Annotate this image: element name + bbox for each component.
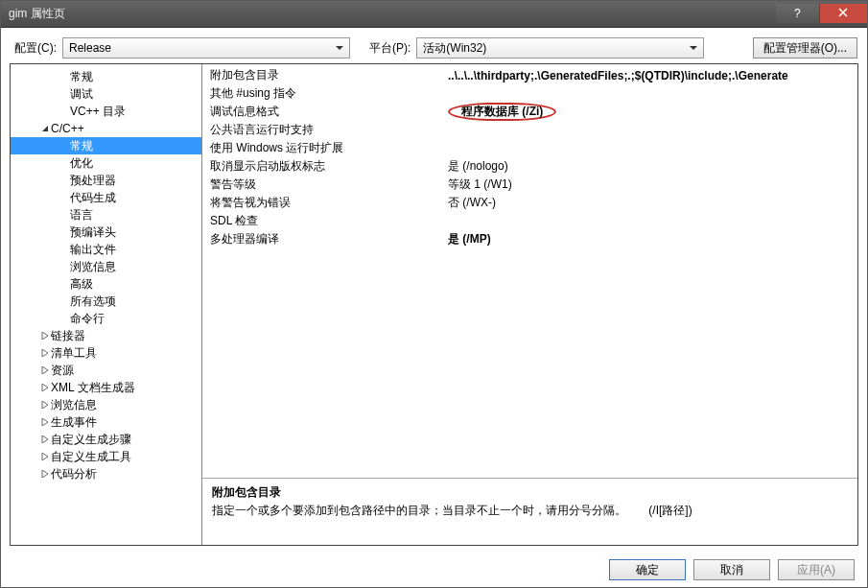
tree-item[interactable]: 常规 (11, 137, 201, 154)
tree-item-label: 代码生成 (70, 190, 116, 206)
property-row[interactable]: 公共语言运行时支持 (202, 121, 857, 139)
content-area: 常规调试VC++ 目录C/C++常规优化预处理器代码生成语言预编译头输出文件浏览… (10, 63, 858, 546)
chevron-right-icon[interactable] (39, 401, 51, 409)
tree-item[interactable]: 清单工具 (11, 344, 201, 362)
tree-item[interactable]: 常规 (11, 68, 201, 85)
tree-item-label: 预编译头 (70, 224, 116, 241)
tree-item-label: 常规 (70, 138, 93, 154)
tree-item[interactable]: 优化 (11, 154, 201, 172)
tree-item-label: VC++ 目录 (70, 104, 126, 120)
chevron-right-icon[interactable] (39, 418, 51, 426)
chevron-right-icon[interactable] (39, 384, 51, 391)
property-row[interactable]: 警告等级等级 1 (/W1) (202, 176, 857, 194)
tree-item-label: 常规 (70, 69, 93, 85)
cancel-button[interactable]: 取消 (693, 559, 770, 580)
tree-item-label: 语言 (70, 207, 93, 223)
tree-item-label: 自定义生成工具 (51, 449, 131, 465)
tree-item-label: C/C++ (51, 122, 84, 135)
tree-item-label: 调试 (70, 86, 93, 103)
chevron-right-icon[interactable] (39, 453, 51, 460)
property-name: 调试信息格式 (202, 104, 444, 120)
tree-item[interactable]: VC++ 目录 (11, 103, 201, 120)
property-value[interactable]: 程序数据库 (/Zi) (444, 103, 857, 121)
property-grid[interactable]: 附加包含目录..\..\..\thirdparty;.\GeneratedFil… (202, 64, 857, 478)
tree-item-label: 代码分析 (51, 466, 97, 482)
property-name: 将警告视为错误 (202, 195, 444, 211)
tree-item[interactable]: C/C++ (11, 120, 201, 137)
property-value[interactable]: 等级 1 (/W1) (444, 176, 857, 193)
config-label: 配置(C): (14, 40, 57, 57)
chevron-right-icon[interactable] (39, 470, 51, 478)
help-button[interactable]: ? (776, 4, 819, 23)
description-title: 附加包含目录 (212, 484, 848, 501)
tree-item-label: XML 文档生成器 (51, 380, 135, 396)
tree-item[interactable]: 链接器 (11, 327, 201, 344)
tree-item[interactable]: 输出文件 (11, 241, 201, 258)
property-value[interactable]: 否 (/WX-) (444, 195, 857, 211)
tree-item[interactable]: 自定义生成步骤 (11, 431, 201, 448)
platform-value: 活动(Win32) (423, 40, 486, 57)
property-value[interactable]: 是 (/MP) (444, 231, 857, 247)
property-row[interactable]: 调试信息格式程序数据库 (/Zi) (202, 103, 857, 121)
close-button[interactable] (819, 4, 867, 23)
apply-button[interactable]: 应用(A) (778, 559, 855, 580)
chevron-down-icon[interactable] (39, 125, 51, 132)
window-title: gim 属性页 (9, 6, 776, 22)
chevron-right-icon[interactable] (39, 366, 51, 374)
tree-item[interactable]: 自定义生成工具 (11, 448, 201, 465)
property-row[interactable]: 使用 Windows 运行时扩展 (202, 139, 857, 157)
property-name: 使用 Windows 运行时扩展 (202, 140, 444, 156)
chevron-right-icon[interactable] (39, 349, 51, 357)
close-icon (838, 8, 850, 19)
tree-item-label: 输出文件 (70, 242, 116, 258)
tree-item[interactable]: 浏览信息 (11, 258, 201, 275)
config-manager-label: 配置管理器(O)... (763, 40, 847, 57)
category-tree[interactable]: 常规调试VC++ 目录C/C++常规优化预处理器代码生成语言预编译头输出文件浏览… (11, 64, 202, 545)
tree-item-label: 清单工具 (51, 345, 97, 362)
tree-item-label: 浏览信息 (70, 259, 116, 275)
property-row[interactable]: SDL 检查 (202, 212, 857, 230)
question-icon: ? (792, 8, 804, 19)
svg-text:?: ? (794, 8, 801, 19)
property-row[interactable]: 其他 #using 指令 (202, 84, 857, 103)
property-name: 取消显示启动版权标志 (202, 158, 444, 175)
property-row[interactable]: 多处理器编译是 (/MP) (202, 230, 857, 248)
chevron-right-icon[interactable] (39, 435, 51, 443)
platform-combo[interactable]: 活动(Win32) (416, 37, 704, 59)
property-panel: 附加包含目录..\..\..\thirdparty;.\GeneratedFil… (202, 64, 857, 545)
chevron-right-icon[interactable] (39, 332, 51, 340)
tree-item[interactable]: 生成事件 (11, 413, 201, 431)
tree-item-label: 资源 (51, 363, 74, 379)
tree-item-label: 生成事件 (51, 414, 97, 431)
property-name: 附加包含目录 (202, 67, 444, 83)
tree-item[interactable]: 所有选项 (11, 293, 201, 310)
dialog-footer: 确定 取消 应用(A) (609, 559, 855, 580)
property-name: SDL 检查 (202, 213, 444, 229)
tree-item[interactable]: 资源 (11, 362, 201, 379)
tree-item[interactable]: 预处理器 (11, 172, 201, 189)
tree-item-label: 预处理器 (70, 173, 116, 189)
tree-item[interactable]: 语言 (11, 206, 201, 223)
tree-item[interactable]: 浏览信息 (11, 396, 201, 413)
tree-item[interactable]: 代码生成 (11, 189, 201, 206)
tree-item[interactable]: 代码分析 (11, 465, 201, 482)
ok-button[interactable]: 确定 (609, 559, 686, 580)
property-value[interactable]: 是 (/nologo) (444, 158, 857, 175)
platform-label: 平台(P): (369, 40, 411, 57)
tree-item[interactable]: 调试 (11, 85, 201, 103)
property-row[interactable]: 将警告视为错误否 (/WX-) (202, 194, 857, 212)
tree-item[interactable]: XML 文档生成器 (11, 379, 201, 396)
property-row[interactable]: 取消显示启动版权标志是 (/nologo) (202, 157, 857, 176)
config-manager-button[interactable]: 配置管理器(O)... (753, 37, 857, 59)
property-name: 公共语言运行时支持 (202, 122, 444, 138)
tree-item-label: 链接器 (51, 328, 85, 344)
tree-item-label: 高级 (70, 276, 93, 293)
config-combo[interactable]: Release (62, 37, 350, 59)
tree-item[interactable]: 高级 (11, 275, 201, 293)
tree-item[interactable]: 命令行 (11, 310, 201, 327)
tree-item[interactable]: 预编译头 (11, 223, 201, 241)
property-row[interactable]: 附加包含目录..\..\..\thirdparty;.\GeneratedFil… (202, 66, 857, 84)
property-value[interactable]: ..\..\..\thirdparty;.\GeneratedFiles;.;$… (444, 69, 857, 82)
titlebar: gim 属性页 ? (1, 1, 867, 28)
property-name: 警告等级 (202, 176, 444, 193)
